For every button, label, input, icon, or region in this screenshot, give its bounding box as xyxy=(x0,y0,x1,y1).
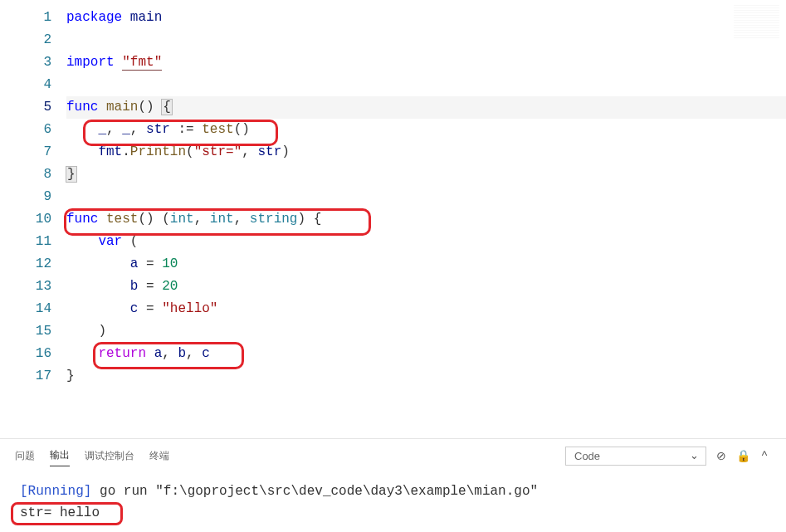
bottom-panel: 问题输出调试控制台终端 Code ⊘ 🔒 ^ [Running] go run … xyxy=(0,438,786,532)
line-number: 5 xyxy=(0,96,51,119)
line-number: 4 xyxy=(0,74,51,96)
panel-tab[interactable]: 终端 xyxy=(149,446,169,466)
line-gutter: 1234567891011121314151617 xyxy=(0,0,66,438)
line-number: 8 xyxy=(0,164,51,186)
line-number: 9 xyxy=(0,186,51,208)
chevron-up-icon[interactable]: ^ xyxy=(758,449,771,462)
minimap[interactable] xyxy=(734,5,779,38)
running-tag: [Running] xyxy=(20,484,91,499)
panel-tab[interactable]: 输出 xyxy=(50,445,70,466)
code-editor[interactable]: 1234567891011121314151617 package main i… xyxy=(0,0,786,438)
code-line[interactable] xyxy=(66,186,786,208)
line-number: 1 xyxy=(0,7,51,29)
code-line[interactable]: c = "hello" xyxy=(66,298,786,320)
line-number: 10 xyxy=(0,208,51,231)
terminal-line-output: str= hello xyxy=(20,502,771,524)
line-number: 11 xyxy=(0,231,51,253)
terminal-output[interactable]: [Running] go run "f:\goproject\src\dev_c… xyxy=(15,467,771,524)
code-line[interactable]: _, _, str := test() xyxy=(66,119,786,141)
line-number: 6 xyxy=(0,119,51,141)
line-number: 2 xyxy=(0,29,51,51)
code-line[interactable]: return a, b, c xyxy=(66,343,786,365)
code-line[interactable]: var ( xyxy=(66,231,786,253)
clear-icon[interactable]: ⊘ xyxy=(715,449,728,462)
code-line[interactable]: a = 10 xyxy=(66,253,786,276)
line-number: 7 xyxy=(0,141,51,164)
code-line[interactable] xyxy=(66,29,786,51)
terminal-line-running: [Running] go run "f:\goproject\src\dev_c… xyxy=(20,481,771,502)
line-number: 14 xyxy=(0,298,51,320)
line-number: 15 xyxy=(0,320,51,343)
line-number: 16 xyxy=(0,343,51,365)
panel-toolbar: Code ⊘ 🔒 ^ xyxy=(565,447,771,466)
code-line[interactable]: func main() { xyxy=(66,96,786,119)
line-number: 13 xyxy=(0,276,51,298)
code-line[interactable]: fmt.Println("str=", str) xyxy=(66,141,786,164)
code-line[interactable]: } xyxy=(66,365,786,388)
code-line[interactable]: } xyxy=(66,164,786,186)
code-line[interactable]: ) xyxy=(66,320,786,343)
panel-tab[interactable]: 问题 xyxy=(15,446,35,466)
line-number: 17 xyxy=(0,365,51,388)
output-channel-dropdown[interactable]: Code xyxy=(565,447,706,466)
code-line[interactable]: func test() (int, int, string) { xyxy=(66,208,786,231)
line-number: 12 xyxy=(0,253,51,276)
code-line[interactable]: package main xyxy=(66,7,786,29)
code-line[interactable] xyxy=(66,74,786,96)
lock-icon[interactable]: 🔒 xyxy=(736,449,749,462)
code-line[interactable]: b = 20 xyxy=(66,276,786,298)
line-number: 3 xyxy=(0,51,51,74)
panel-tab[interactable]: 调试控制台 xyxy=(85,446,134,466)
code-content[interactable]: package main import "fmt" func main() { … xyxy=(66,0,786,438)
code-line[interactable]: import "fmt" xyxy=(66,51,786,74)
panel-tabs: 问题输出调试控制台终端 Code ⊘ 🔒 ^ xyxy=(15,444,771,467)
